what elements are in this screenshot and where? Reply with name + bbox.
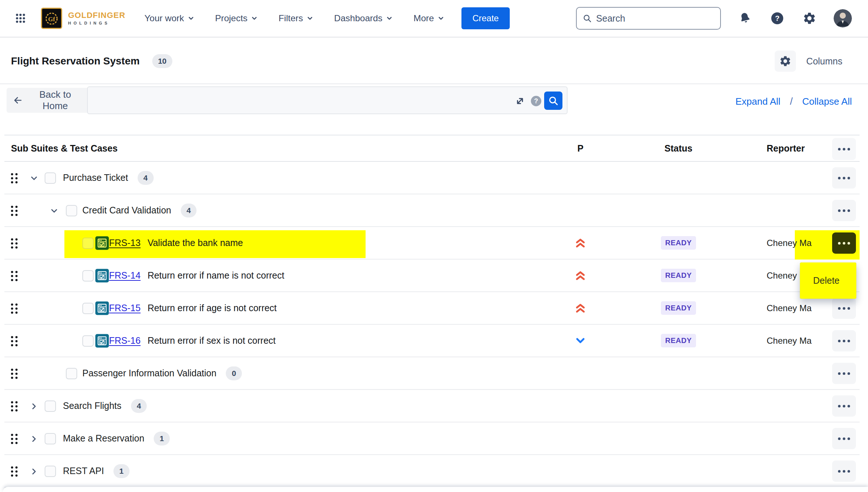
brand-logo[interactable]: Gf GOLDFINGER HOLDINGS [41, 8, 126, 29]
notifications-button[interactable] [737, 10, 753, 26]
collapse-chevron[interactable] [49, 206, 59, 216]
row-checkbox[interactable] [82, 238, 94, 249]
row-label: FRS-14Return error if name is not correc… [109, 260, 284, 291]
goldfinger-logo-icon: Gf [41, 8, 62, 29]
row-checkbox[interactable] [82, 270, 94, 282]
global-search [576, 7, 721, 30]
help-button[interactable]: ? [769, 10, 785, 26]
create-button[interactable]: Create [461, 7, 510, 29]
user-avatar[interactable] [834, 9, 852, 27]
table-actions-button[interactable] [832, 138, 856, 160]
svg-text:Gf: Gf [48, 16, 55, 23]
columns-settings-button[interactable] [775, 51, 796, 72]
row-actions-button[interactable] [832, 232, 856, 254]
top-navbar: Gf GOLDFINGER HOLDINGS Your work Project… [0, 0, 868, 38]
drag-handle[interactable] [11, 206, 18, 216]
row-actions-button[interactable] [832, 298, 856, 319]
row-checkbox[interactable] [66, 368, 77, 379]
suite-count-badge: 4 [181, 204, 197, 217]
global-search-input[interactable] [596, 13, 714, 24]
bell-icon [737, 10, 753, 26]
drag-handle[interactable] [11, 271, 18, 281]
row-checkbox[interactable] [82, 303, 94, 314]
collapse-chevron[interactable] [29, 174, 39, 183]
suite-count-badge: 1 [113, 464, 130, 478]
ellipsis-icon [838, 470, 841, 473]
settings-button[interactable] [801, 10, 818, 26]
run-search-button[interactable] [544, 92, 562, 110]
suite-row: Credit Card Validation4 [4, 194, 860, 227]
row-actions-button[interactable] [832, 428, 856, 449]
back-to-home-button[interactable]: Back to Home [7, 88, 89, 113]
test-case-key-link[interactable]: FRS-13 [109, 238, 141, 248]
row-checkbox[interactable] [66, 205, 77, 216]
table-body: Purchase Ticket4Credit Card Validation4R… [4, 162, 860, 488]
test-case-key-link[interactable]: FRS-16 [109, 335, 141, 346]
row-checkbox[interactable] [45, 466, 56, 477]
chevron-down-icon [251, 15, 258, 22]
collapse-all-link[interactable]: Collapse All [802, 96, 852, 107]
columns-label[interactable]: Columns [806, 56, 842, 67]
status-cell: READY [656, 227, 700, 259]
nav-more[interactable]: More [414, 13, 445, 23]
row-actions-button[interactable] [832, 167, 856, 189]
row-checkbox[interactable] [45, 400, 56, 412]
test-case-key-link[interactable]: FRS-15 [109, 303, 141, 313]
reporter-name: Cheney Ma [767, 303, 812, 313]
ellipsis-icon [838, 148, 841, 150]
drag-handle[interactable] [11, 336, 18, 346]
ellipsis-icon [838, 177, 841, 179]
nav-your-work[interactable]: Your work [145, 13, 195, 23]
ellipsis-icon [848, 437, 850, 440]
suite-row: Make a Reservation1 [4, 422, 860, 455]
ellipsis-icon [848, 372, 850, 375]
row-actions-button[interactable] [832, 363, 856, 384]
status-badge: READY [661, 269, 696, 282]
ellipsis-icon [848, 177, 850, 179]
app-switcher-button[interactable] [12, 10, 29, 26]
expand-chevron[interactable] [29, 434, 39, 444]
jql-search-input[interactable] [94, 90, 500, 111]
row-actions-button[interactable] [832, 200, 856, 221]
row-checkbox[interactable] [82, 335, 94, 347]
ellipsis-icon [843, 340, 845, 342]
test-case-row: READYCheney MaFRS-14Return error if name… [4, 260, 860, 292]
row-actions-button[interactable] [832, 461, 856, 482]
expand-chevron[interactable] [29, 402, 39, 411]
search-icon [583, 13, 592, 23]
row-actions-button[interactable] [832, 330, 856, 351]
drag-handle[interactable] [11, 303, 18, 314]
priority-low-icon [569, 325, 591, 357]
column-header-reporter: Reporter [767, 135, 838, 161]
row-label: FRS-15Return error if age is not correct [109, 292, 277, 324]
drag-handle[interactable] [11, 466, 18, 477]
nav-projects[interactable]: Projects [215, 13, 258, 23]
ellipsis-icon [848, 470, 850, 473]
status-cell: READY [656, 292, 700, 324]
nav-your-work-label: Your work [145, 13, 184, 23]
drag-handle[interactable] [11, 434, 18, 444]
suite-row: Purchase Ticket4 [4, 162, 860, 194]
drag-handle[interactable] [11, 238, 18, 249]
drag-handle[interactable] [11, 173, 18, 183]
toolbar: Back to Home ? Expand All / Collapse All [0, 85, 868, 135]
column-header-status: Status [656, 135, 700, 161]
row-actions-button[interactable] [832, 395, 856, 417]
row-checkbox[interactable] [45, 172, 56, 184]
expand-chevron[interactable] [29, 467, 39, 476]
ellipsis-icon [838, 340, 841, 342]
drag-handle[interactable] [11, 369, 18, 379]
search-help-button[interactable]: ? [530, 95, 542, 107]
row-checkbox[interactable] [45, 433, 56, 444]
nav-dashboards[interactable]: Dashboards [334, 13, 393, 23]
test-case-key-link[interactable]: FRS-14 [109, 270, 141, 281]
nav-filters-label: Filters [278, 13, 303, 23]
avatar-photo [834, 9, 852, 27]
nav-filters[interactable]: Filters [278, 13, 314, 23]
expand-all-link[interactable]: Expand All [736, 96, 781, 107]
drag-handle[interactable] [11, 401, 18, 411]
test-case-row: READYCheney MaFRS-16Return error if sex … [4, 325, 860, 357]
context-menu-item-delete[interactable]: Delete [800, 275, 856, 286]
expand-editor-button[interactable] [514, 95, 526, 107]
ellipsis-icon [843, 372, 845, 375]
